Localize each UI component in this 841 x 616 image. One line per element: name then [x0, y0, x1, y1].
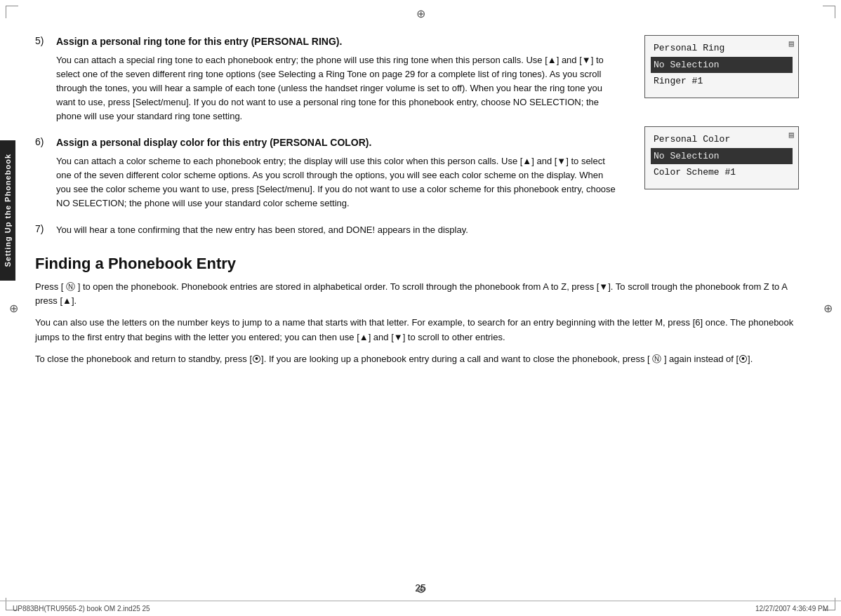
- screen-2-wrapper: ▤ Personal Color No Selection Color Sche…: [644, 126, 806, 189]
- section-6-title: Assign a personal display color for this…: [56, 136, 616, 150]
- section-5-title: Assign a personal ring tone for this ent…: [56, 35, 616, 49]
- finding-paragraph-2: You can also use the letters on the numb…: [35, 316, 806, 345]
- section-5: 5) Assign a personal ring tone for this …: [35, 35, 630, 123]
- section-7-text: You will hear a tone confirming that the…: [56, 223, 806, 237]
- phone-screen-1: ▤ Personal Ring No Selection Ringer #1: [644, 35, 799, 98]
- finding-title: Finding a Phonebook Entry: [35, 255, 806, 273]
- footer-right: 12/27/2007 4:36:49 PM: [755, 605, 828, 612]
- section-7: 7) You will hear a tone confirming that …: [35, 223, 806, 237]
- page-number: 25: [415, 582, 426, 594]
- section-6: 6) Assign a personal display color for t…: [35, 136, 630, 210]
- section-6-body: Assign a personal display color for this…: [56, 136, 616, 210]
- page-container: ⊕ ⊕ ⊕ ⊕ Setting Up the Phonebook 5) Assi…: [0, 0, 841, 616]
- section-6-text: You can attach a color scheme to each ph…: [56, 154, 616, 211]
- section-7-number: 7): [35, 223, 56, 234]
- corner-mark-tr: [823, 6, 835, 18]
- screen-1-wrapper: ▤ Personal Ring No Selection Ringer #1: [644, 35, 806, 98]
- top-crosshair-icon: ⊕: [414, 7, 427, 20]
- footer-bar: UP883BH(TRU9565-2) book OM 2.ind25 25 12…: [0, 601, 841, 616]
- sidebar-tab: Setting Up the Phonebook: [0, 140, 15, 281]
- phone-screen-2: ▤ Personal Color No Selection Color Sche…: [644, 126, 799, 189]
- screen-2-icon: ▤: [789, 130, 794, 140]
- screen-2-row-3: Color Scheme #1: [651, 164, 793, 181]
- sidebar-label: Setting Up the Phonebook: [4, 154, 12, 267]
- right-crosshair-icon: ⊕: [821, 302, 834, 314]
- screen-1-row-2: No Selection: [651, 57, 793, 74]
- sections-text-column: 5) Assign a personal ring tone for this …: [35, 35, 630, 223]
- finding-paragraph-1: Press [ Ⓝ ] to open the phonebook. Phone…: [35, 280, 806, 309]
- finding-paragraph-3: To close the phonebook and return to sta…: [35, 352, 806, 367]
- left-crosshair-icon: ⊕: [7, 302, 20, 314]
- screen-1-icon: ▤: [789, 39, 794, 49]
- main-content: 5) Assign a personal ring tone for this …: [35, 35, 806, 581]
- section-5-body: Assign a personal ring tone for this ent…: [56, 35, 616, 123]
- section-5-number: 5): [35, 35, 56, 46]
- section-6-number: 6): [35, 136, 56, 147]
- sections-5-6-container: 5) Assign a personal ring tone for this …: [35, 35, 806, 223]
- section-5-text: You can attach a special ring tone to ea…: [56, 53, 616, 124]
- phone-screens-column: ▤ Personal Ring No Selection Ringer #1 ▤…: [644, 35, 806, 223]
- corner-mark-tl: [6, 6, 18, 18]
- finding-section: Finding a Phonebook Entry Press [ Ⓝ ] to…: [35, 255, 806, 367]
- screen-2-row-2: No Selection: [651, 148, 793, 165]
- footer-left: UP883BH(TRU9565-2) book OM 2.ind25 25: [13, 605, 150, 612]
- screen-1-row-3: Ringer #1: [651, 73, 793, 90]
- screen-1-row-1: Personal Ring: [651, 40, 793, 57]
- screen-2-row-1: Personal Color: [651, 131, 793, 148]
